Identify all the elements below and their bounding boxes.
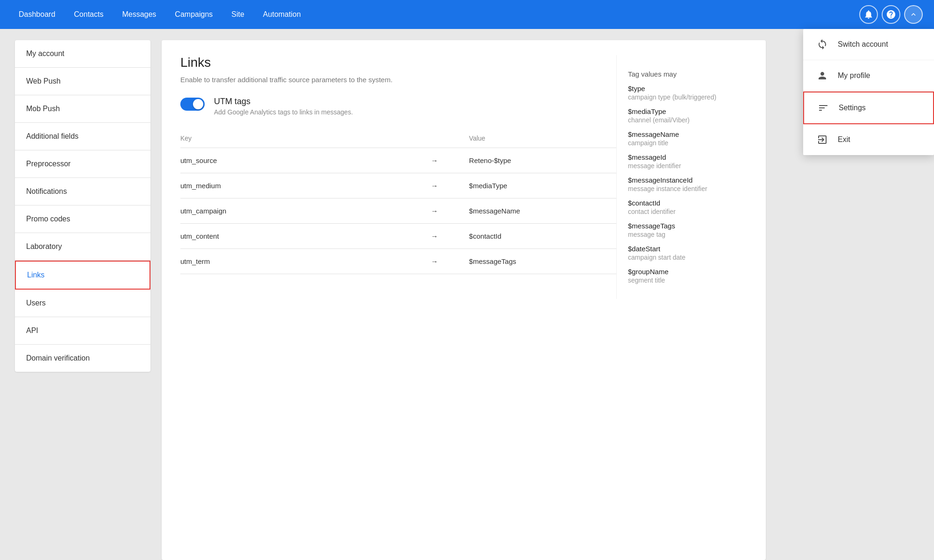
- switch-account-label: Switch account: [838, 40, 888, 49]
- tag-contactid-name: $contactId: [628, 199, 755, 207]
- topnav-icons: [859, 5, 923, 24]
- utm-key-4: utm_term: [180, 249, 431, 274]
- tag-datestart-desc: campaign start date: [628, 254, 755, 261]
- sidebar-item-notifications[interactable]: Notifications: [15, 178, 150, 206]
- sidebar-item-web-push[interactable]: Web Push: [15, 68, 150, 95]
- utm-key-0: utm_source: [180, 148, 431, 173]
- col-arrow: [431, 131, 469, 148]
- user-menu-button[interactable]: [904, 5, 923, 24]
- tag-groupname-name: $groupName: [628, 268, 755, 276]
- nav-links: Dashboard Contacts Messages Campaigns Si…: [11, 7, 859, 22]
- utm-title: UTM tags: [214, 97, 353, 106]
- utm-key-2: utm_campaign: [180, 198, 431, 224]
- nav-contacts[interactable]: Contacts: [66, 7, 111, 22]
- sidebar-item-additional-fields[interactable]: Additional fields: [15, 123, 150, 150]
- sidebar-item-promo-codes[interactable]: Promo codes: [15, 206, 150, 233]
- top-navigation: Dashboard Contacts Messages Campaigns Si…: [0, 0, 934, 29]
- chevron-up-icon: [909, 10, 918, 19]
- exit-label: Exit: [838, 135, 850, 144]
- tag-messagetags-desc: message tag: [628, 231, 755, 238]
- question-icon: [886, 9, 896, 20]
- tag-messageinstanceid-name: $messageInstanceId: [628, 176, 755, 184]
- utm-key-3: utm_content: [180, 224, 431, 249]
- bell-icon: [863, 9, 874, 20]
- sidebar-item-laboratory[interactable]: Laboratory: [15, 233, 150, 261]
- my-profile-item[interactable]: My profile: [803, 60, 934, 92]
- arrow-0: →: [431, 148, 469, 173]
- arrow-2: →: [431, 198, 469, 224]
- switch-account-icon: [816, 38, 828, 50]
- tag-contactid-desc: contact identifier: [628, 208, 755, 215]
- sidebar-item-domain-verification[interactable]: Domain verification: [15, 345, 150, 372]
- settings-item[interactable]: Settings: [803, 92, 934, 124]
- notifications-button[interactable]: [859, 5, 878, 24]
- main-area: My account Web Push Mob Push Additional …: [0, 29, 934, 560]
- nav-dashboard[interactable]: Dashboard: [11, 7, 63, 22]
- utm-info: UTM tags Add Google Analytics tags to li…: [214, 97, 353, 116]
- arrow-1: →: [431, 173, 469, 198]
- sidebar-item-links[interactable]: Links: [15, 261, 150, 290]
- nav-automation[interactable]: Automation: [256, 7, 308, 22]
- person-icon: [816, 70, 828, 82]
- nav-site[interactable]: Site: [224, 7, 252, 22]
- tag-messageid-name: $messageId: [628, 153, 755, 161]
- tag-messageid-desc: message identifier: [628, 162, 755, 170]
- main-content: Links Enable to transfer additional traf…: [162, 40, 766, 560]
- utm-key-1: utm_medium: [180, 173, 431, 198]
- utm-description: Add Google Analytics tags to links in me…: [214, 108, 353, 116]
- sidebar-item-users[interactable]: Users: [15, 290, 150, 317]
- sidebar-item-mob-push[interactable]: Mob Push: [15, 95, 150, 123]
- utm-toggle[interactable]: [180, 98, 205, 111]
- tag-messagename-desc: campaign title: [628, 139, 755, 147]
- tag-messagename-name: $messageName: [628, 130, 755, 138]
- tag-messageinstanceid-desc: message instance identifier: [628, 185, 755, 192]
- sidebar-item-api[interactable]: API: [15, 317, 150, 345]
- sidebar-item-preprocessor[interactable]: Preprocessor: [15, 150, 150, 178]
- tag-info-panel: Tag values may $type campaign type (bulk…: [616, 55, 766, 299]
- tag-values-title: Tag values may: [628, 70, 755, 78]
- help-button[interactable]: [882, 5, 900, 24]
- arrow-4: →: [431, 249, 469, 274]
- tag-groupname-desc: segment title: [628, 276, 755, 284]
- nav-messages[interactable]: Messages: [114, 7, 164, 22]
- settings-label: Settings: [839, 104, 866, 112]
- sidebar: My account Web Push Mob Push Additional …: [15, 40, 150, 372]
- user-dropdown-menu: Switch account My profile Settings Exit: [803, 29, 934, 155]
- tag-type-name: $type: [628, 85, 755, 92]
- tag-type-desc: campaign type (bulk/triggered): [628, 93, 755, 101]
- arrow-3: →: [431, 224, 469, 249]
- sidebar-item-my-account[interactable]: My account: [15, 40, 150, 68]
- exit-item[interactable]: Exit: [803, 124, 934, 155]
- tag-mediatype-name: $mediaType: [628, 107, 755, 115]
- tag-messagetags-name: $messageTags: [628, 222, 755, 230]
- settings-icon: [817, 102, 829, 114]
- tag-datestart-name: $dateStart: [628, 245, 755, 253]
- my-profile-label: My profile: [838, 71, 870, 80]
- col-key: Key: [180, 131, 431, 148]
- exit-icon: [816, 134, 828, 146]
- switch-account-item[interactable]: Switch account: [803, 29, 934, 60]
- nav-campaigns[interactable]: Campaigns: [167, 7, 220, 22]
- tag-mediatype-desc: channel (email/Viber): [628, 116, 755, 124]
